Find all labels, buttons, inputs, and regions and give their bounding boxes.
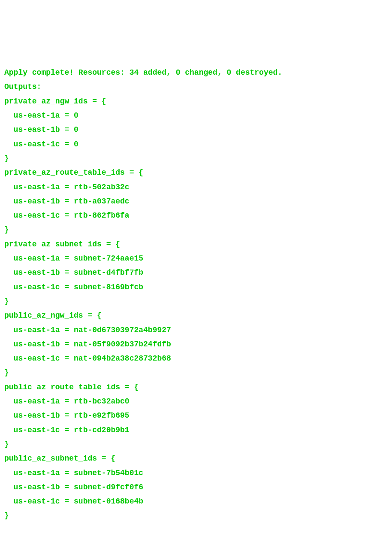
- output-block-close: }: [4, 437, 388, 452]
- output-block-close: }: [4, 366, 388, 380]
- output-entry: us-east-1c = nat-094b2a38c28732b68: [4, 352, 388, 366]
- output-entry: us-east-1a = rtb-bc32abc0: [4, 394, 388, 409]
- output-entry: us-east-1b = rtb-a037aedc: [4, 194, 388, 209]
- output-block-open: private_az_route_table_ids = {: [4, 166, 388, 180]
- output-entry: us-east-1a = 0: [4, 109, 388, 123]
- terminal-output: Apply complete! Resources: 34 added, 0 c…: [4, 66, 388, 523]
- output-entry: us-east-1c = subnet-0168be4b: [4, 494, 388, 509]
- apply-complete-line: Apply complete! Resources: 34 added, 0 c…: [4, 66, 388, 80]
- output-entry: us-east-1b = subnet-d4fbf7fb: [4, 266, 388, 280]
- output-entry: us-east-1c = 0: [4, 137, 388, 152]
- output-block-close: }: [4, 152, 388, 166]
- output-entry: us-east-1a = subnet-724aae15: [4, 252, 388, 266]
- output-entry: us-east-1b = 0: [4, 123, 388, 137]
- output-entry: us-east-1b = subnet-d9fcf0f6: [4, 480, 388, 494]
- output-block-close: }: [4, 294, 388, 309]
- output-entry: us-east-1c = subnet-8169bfcb: [4, 280, 388, 294]
- output-entry: us-east-1a = subnet-7b54b01c: [4, 466, 388, 480]
- output-block-open: public_az_route_table_ids = {: [4, 380, 388, 394]
- output-block-close: }: [4, 509, 388, 523]
- output-entry: us-east-1a = rtb-502ab32c: [4, 180, 388, 194]
- output-entry: us-east-1b = nat-05f9092b37b24fdfb: [4, 337, 388, 352]
- output-block-open: private_az_subnet_ids = {: [4, 237, 388, 252]
- output-entry: us-east-1b = rtb-e92fb695: [4, 409, 388, 423]
- output-block-open: private_az_ngw_ids = {: [4, 94, 388, 109]
- output-entry: us-east-1c = rtb-cd20b9b1: [4, 423, 388, 437]
- output-entry: us-east-1c = rtb-862fb6fa: [4, 209, 388, 223]
- output-block-open: public_az_ngw_ids = {: [4, 309, 388, 323]
- output-block-close: }: [4, 223, 388, 237]
- output-entry: us-east-1a = nat-0d67303972a4b9927: [4, 323, 388, 337]
- outputs-header: Outputs:: [4, 80, 388, 94]
- output-block-open: public_az_subnet_ids = {: [4, 452, 388, 466]
